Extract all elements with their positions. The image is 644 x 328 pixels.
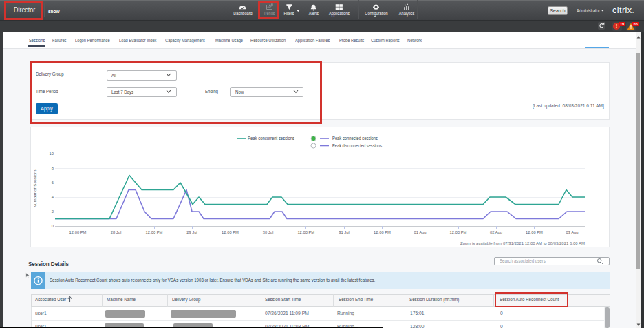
svg-text:8: 8 — [52, 166, 54, 170]
svg-text:2: 2 — [52, 209, 54, 214]
svg-text:12:00 PM: 12:00 PM — [69, 230, 87, 234]
svg-text:Zoom is available from 07/31/2: Zoom is available from 07/31/2021 12:00 … — [460, 241, 585, 245]
svg-text:03 Aug: 03 Aug — [566, 230, 578, 234]
svg-text:4: 4 — [52, 195, 54, 199]
svg-text:12:00 PM: 12:00 PM — [146, 230, 163, 234]
svg-text:12:00 PM: 12:00 PM — [374, 230, 391, 234]
svg-text:12:00 PM: 12:00 PM — [297, 230, 314, 234]
svg-text:10: 10 — [50, 152, 54, 156]
svg-text:02 Aug: 02 Aug — [490, 230, 502, 234]
svg-text:Number of Sessions: Number of Sessions — [33, 170, 37, 208]
svg-text:29 Jul: 29 Jul — [186, 230, 197, 234]
svg-text:30 Jul: 30 Jul — [263, 230, 273, 234]
svg-text:12:00 PM: 12:00 PM — [450, 230, 467, 234]
svg-text:Peak concurrent sessions: Peak concurrent sessions — [248, 136, 295, 141]
svg-text:12:00 PM: 12:00 PM — [526, 230, 543, 234]
svg-text:0: 0 — [52, 224, 54, 228]
svg-text:01 Aug: 01 Aug — [414, 230, 426, 234]
svg-text:12:00 PM: 12:00 PM — [222, 230, 239, 234]
svg-text:31 Jul: 31 Jul — [339, 230, 349, 234]
svg-text:Peak disconnected sessions: Peak disconnected sessions — [332, 143, 383, 148]
svg-text:6: 6 — [52, 181, 54, 185]
svg-text:Peak connected sessions: Peak connected sessions — [332, 136, 378, 141]
svg-text:28 Jul: 28 Jul — [111, 230, 121, 234]
